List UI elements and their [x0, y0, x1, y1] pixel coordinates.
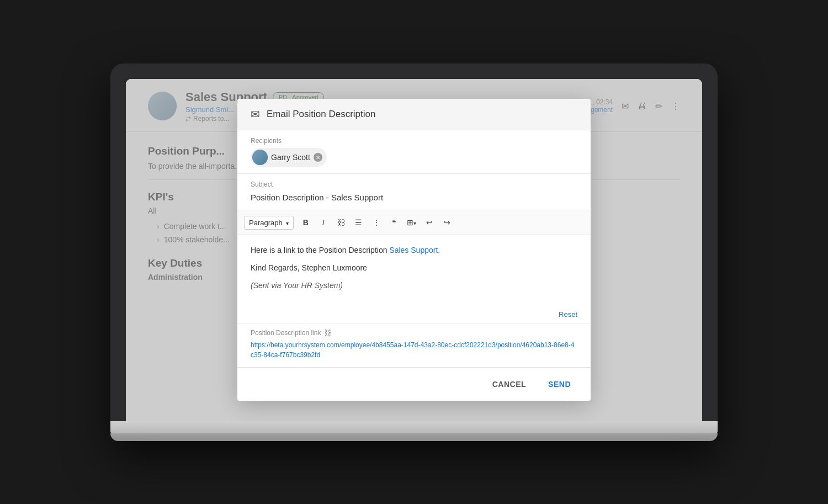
pd-link-url[interactable]: https://beta.yourhrsystem.com/employee/4… [251, 341, 574, 359]
redo-button[interactable]: ↪ [439, 215, 455, 230]
subject-label: Subject [251, 181, 577, 188]
ol-icon: ⋮ [373, 218, 380, 227]
laptop-screen: Sales Support PD - Approved Sigmund Smi.… [126, 79, 702, 421]
italic-button[interactable]: I [316, 215, 331, 230]
remove-icon [316, 155, 320, 161]
dialog-footer: CANCEL SEND [237, 367, 591, 401]
recipient-remove-button[interactable] [314, 153, 322, 162]
table-icon: ⊞ [407, 218, 413, 227]
recipient-chip[interactable]: Garry Scott [251, 148, 327, 167]
overlay: Email Position Description Recipients Ga [126, 79, 702, 421]
cancel-button[interactable]: CANCEL [486, 375, 533, 393]
laptop-base [110, 421, 718, 433]
paragraph-select[interactable]: Paragraph [244, 216, 294, 230]
recipients-label: Recipients [251, 137, 577, 145]
recipient-avatar [252, 150, 268, 165]
bold-icon: B [303, 218, 309, 227]
pd-link-label: Position Description link ⛓ [251, 328, 577, 337]
recipients-area[interactable]: Garry Scott [251, 148, 577, 167]
email-dialog: Email Position Description Recipients Ga [237, 99, 591, 401]
redo-icon: ↪ [444, 218, 450, 227]
link-button[interactable]: ⛓ [333, 215, 349, 230]
editor-line-2: Kind Regards, Stephen Luxmoore [251, 262, 577, 275]
undo-button[interactable]: ↩ [422, 215, 437, 230]
bold-button[interactable]: B [298, 215, 314, 230]
quote-icon: ❝ [392, 218, 396, 227]
subject-value[interactable]: Position Description - Sales Support [251, 192, 577, 203]
ordered-list-button[interactable]: ⋮ [369, 215, 384, 230]
dialog-header: Email Position Description [237, 99, 591, 130]
chevron-down-icon [286, 219, 289, 227]
reset-row: Reset [237, 307, 591, 323]
editor-line-3: (Sent via Your HR System) [251, 279, 577, 293]
paragraph-label: Paragraph [249, 219, 283, 227]
table-chevron-icon [413, 218, 416, 227]
link-icon: ⛓ [337, 218, 345, 227]
unordered-list-button[interactable]: ☰ [351, 215, 367, 230]
editor-toolbar: Paragraph B I ⛓ ☰ [237, 210, 591, 235]
sales-support-link[interactable]: Sales Support. [389, 246, 440, 254]
subject-field: Subject Position Description - Sales Sup… [237, 174, 591, 210]
editor-line-1: Here is a link to the Position Descripti… [251, 244, 577, 257]
laptop-foot [110, 433, 718, 441]
reset-link[interactable]: Reset [559, 310, 577, 319]
laptop-container: Sales Support PD - Approved Sigmund Smi.… [110, 63, 718, 441]
recipient-name: Garry Scott [271, 153, 310, 162]
pd-link-chain-icon: ⛓ [324, 328, 332, 337]
sent-via-text: (Sent via Your HR System) [251, 281, 343, 290]
dialog-title: Email Position Description [267, 109, 375, 120]
pd-link-row: Position Description link ⛓ https://beta… [237, 323, 591, 367]
editor-body[interactable]: Here is a link to the Position Descripti… [237, 235, 591, 307]
dialog-body: Recipients Garry Scott [237, 130, 591, 367]
blockquote-button[interactable]: ❝ [386, 215, 402, 230]
table-button[interactable]: ⊞ [404, 215, 420, 230]
italic-icon: I [322, 218, 325, 227]
recipients-field: Recipients Garry Scott [237, 130, 591, 174]
send-button[interactable]: SEND [542, 375, 577, 393]
dialog-mail-icon [251, 108, 260, 121]
undo-icon: ↩ [426, 218, 433, 227]
ul-icon: ☰ [355, 218, 362, 227]
